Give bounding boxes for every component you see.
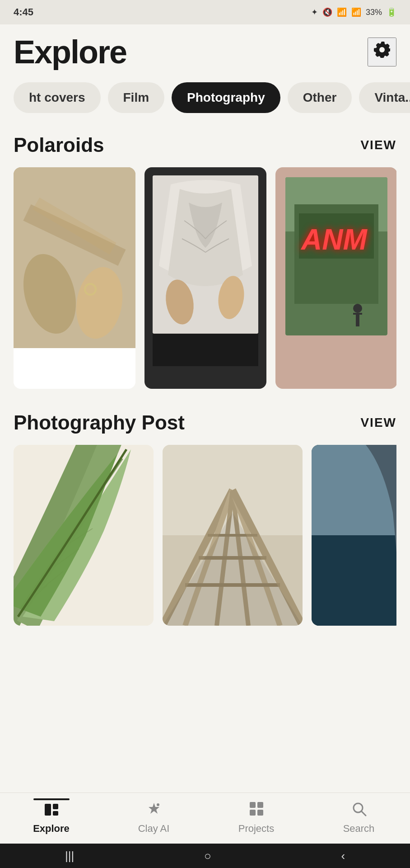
bottom-navigation: Explore Clay AI Projects S — [0, 793, 410, 844]
clay-ai-icon — [145, 800, 163, 820]
svg-point-15 — [353, 304, 362, 313]
nav-active-indicator — [33, 798, 70, 800]
settings-button[interactable] — [368, 38, 396, 66]
svg-rect-44 — [250, 802, 256, 808]
polaroid-card-1[interactable] — [14, 167, 135, 389]
photography-post-header: Photography Post VIEW — [14, 411, 396, 434]
category-tabs: ht covers Film Photography Other Vinta..… — [0, 75, 410, 120]
tab-night-covers[interactable]: ht covers — [14, 82, 101, 113]
post-card-leaf[interactable] — [14, 445, 154, 626]
gear-icon — [372, 40, 392, 64]
main-content: Explore ht covers Film Photography Other — [0, 24, 410, 707]
svg-rect-45 — [257, 802, 263, 808]
photography-post-section: Photography Post VIEW — [0, 398, 410, 635]
tab-film[interactable]: Film — [108, 82, 165, 113]
mute-icon: 🔇 — [322, 7, 332, 17]
nav-projects[interactable]: Projects — [229, 800, 284, 835]
signal-icon: 📶 — [351, 7, 361, 17]
android-nav-bar: ||| ○ ‹ — [0, 844, 410, 868]
svg-line-49 — [361, 811, 366, 816]
nav-clay-ai[interactable]: Clay AI — [127, 800, 181, 835]
hands-photo — [14, 167, 135, 348]
svg-text:ANM: ANM — [300, 223, 368, 256]
svg-rect-16 — [356, 313, 359, 326]
tabs-inner: ht covers Film Photography Other Vinta..… — [0, 82, 410, 113]
polaroids-header: Polaroids VIEW — [14, 134, 396, 156]
svg-rect-47 — [257, 810, 263, 816]
svg-point-0 — [379, 47, 385, 52]
polaroids-view-button[interactable]: VIEW — [360, 138, 396, 152]
polaroids-section: Polaroids VIEW — [0, 120, 410, 398]
photography-post-cards-row — [14, 445, 396, 630]
tab-other[interactable]: Other — [288, 82, 352, 113]
status-time: 4:45 — [14, 6, 33, 18]
android-home-button[interactable]: ○ — [204, 849, 211, 863]
search-icon — [350, 800, 368, 820]
polaroids-title: Polaroids — [14, 134, 104, 156]
status-icons: ✦ 🔇 📶 📶 33% 🔋 — [311, 7, 396, 17]
nav-explore-label: Explore — [33, 823, 70, 835]
nav-clay-ai-label: Clay AI — [138, 823, 170, 835]
svg-rect-39 — [312, 535, 396, 626]
post-card-coast[interactable] — [312, 445, 396, 626]
projects-icon — [248, 800, 265, 820]
svg-rect-17 — [353, 313, 362, 315]
photography-post-title: Photography Post — [14, 411, 185, 434]
photography-post-view-button[interactable]: VIEW — [360, 415, 396, 430]
post-card-dock[interactable] — [163, 445, 303, 626]
polaroid-image-1 — [14, 167, 135, 348]
svg-rect-41 — [53, 804, 58, 809]
battery-text: 33% — [366, 8, 382, 17]
nav-search[interactable]: Search — [332, 800, 386, 835]
svg-point-43 — [157, 803, 159, 806]
svg-rect-42 — [53, 811, 58, 816]
tab-photography[interactable]: Photography — [172, 82, 280, 113]
svg-rect-40 — [45, 804, 51, 816]
polaroids-cards-row: ANM — [14, 167, 396, 393]
status-bar: 4:45 ✦ 🔇 📶 📶 33% 🔋 — [0, 0, 410, 24]
android-back-button[interactable]: ‹ — [341, 849, 345, 863]
nav-explore[interactable]: Explore — [24, 800, 79, 835]
android-recents-button[interactable]: ||| — [65, 849, 74, 863]
wifi-icon: 📶 — [337, 7, 347, 17]
polaroid-card-3[interactable]: ANM — [275, 167, 396, 389]
explore-icon — [43, 800, 60, 820]
battery-icon: 🔋 — [387, 7, 396, 17]
nav-search-label: Search — [343, 823, 375, 835]
nav-projects-label: Projects — [238, 823, 274, 835]
bluetooth-icon: ✦ — [311, 7, 318, 17]
page-title: Explore — [14, 33, 126, 71]
svg-rect-46 — [250, 810, 256, 816]
header: Explore — [0, 24, 410, 75]
polaroid-card-2[interactable] — [144, 167, 266, 389]
tab-vintage[interactable]: Vinta... — [359, 82, 410, 113]
